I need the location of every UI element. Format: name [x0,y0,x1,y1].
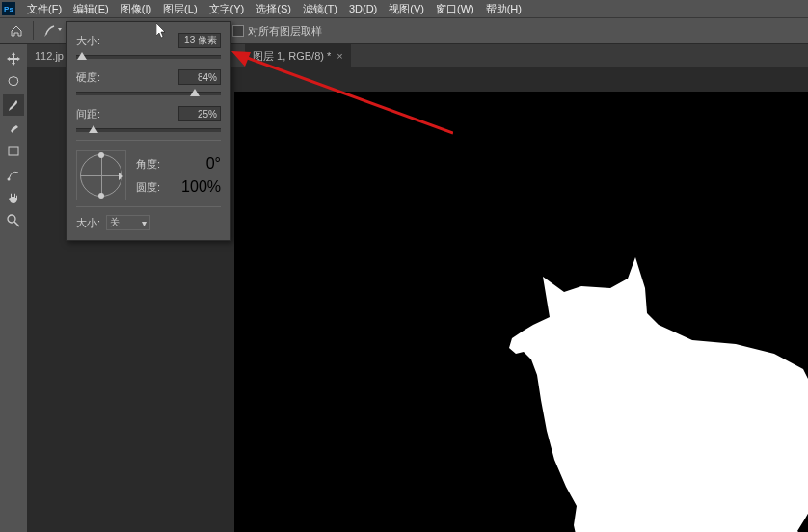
path-tool[interactable] [3,164,24,185]
angle-label: 角度: [136,157,160,172]
menu-select[interactable]: 选择(S) [250,2,297,16]
svg-line-9 [14,222,19,226]
menu-3d[interactable]: 3D(D) [343,3,383,14]
smudge-tool[interactable] [3,118,24,139]
hardness-label: 硬度: [76,70,100,85]
hardness-value-input[interactable]: 84% [178,69,221,85]
hardness-slider[interactable] [76,92,221,95]
menu-view[interactable]: 视图(V) [383,2,430,16]
app-icon: Ps [2,2,15,15]
size-label: 大小: [76,34,100,48]
size-value-input[interactable]: 13 像素 [178,33,221,48]
menu-help[interactable]: 帮助(H) [480,2,527,16]
home-icon[interactable] [8,22,25,40]
rectangle-tool[interactable] [3,141,24,162]
spacing-value-input[interactable]: 25% [178,106,221,121]
brush-settings-panel: 大小: 13 像素 硬度: 84% 间距: 25% 角度: 0° 圆度: [66,21,231,241]
close-icon[interactable]: × [337,50,342,62]
hand-tool[interactable] [3,187,24,208]
divider [33,21,34,40]
menu-window[interactable]: 窗口(W) [430,2,480,16]
spacing-label: 间距: [76,107,100,121]
menu-image[interactable]: 图像(I) [115,2,157,16]
flip-label: 大小: [76,216,100,230]
lasso-tool[interactable] [3,71,24,93]
flip-select[interactable]: 关 ▾ [106,215,150,230]
menu-filter[interactable]: 滤镜(T) [297,2,343,16]
checkbox-label: 对所有图层取样 [248,24,322,39]
divider [76,206,221,207]
roundness-value-input[interactable]: 100% [181,178,221,196]
sample-all-layers-checkbox[interactable]: 对所有图层取样 [232,24,322,39]
menu-edit[interactable]: 编辑(E) [67,2,115,16]
cat-silhouette [466,246,808,532]
svg-rect-6 [9,147,18,155]
divider [76,140,221,141]
menu-type[interactable]: 文字(Y) [203,2,251,16]
menu-layer[interactable]: 图层(L) [157,2,202,16]
roundness-label: 圆度: [136,180,160,195]
tool-preset-picker[interactable] [41,19,65,42]
angle-value-input[interactable]: 0° [206,155,221,173]
canvas[interactable] [234,92,808,532]
svg-point-8 [8,215,15,223]
tools-panel [0,44,27,532]
angle-dial[interactable] [76,150,126,200]
document-tab[interactable]: 图层 1, RGB/8) * × [245,44,351,67]
move-tool[interactable] [3,48,24,69]
menu-bar: Ps 文件(F) 编辑(E) 图像(I) 图层(L) 文字(Y) 选择(S) 滤… [0,0,808,17]
spacing-slider[interactable] [76,128,221,132]
checkbox-icon [232,25,244,37]
brush-tool[interactable] [3,94,24,116]
chevron-down-icon: ▾ [142,218,147,228]
menu-file[interactable]: 文件(F) [21,2,67,16]
svg-point-7 [8,178,11,181]
size-slider[interactable] [76,55,221,59]
zoom-tool[interactable] [3,210,24,231]
